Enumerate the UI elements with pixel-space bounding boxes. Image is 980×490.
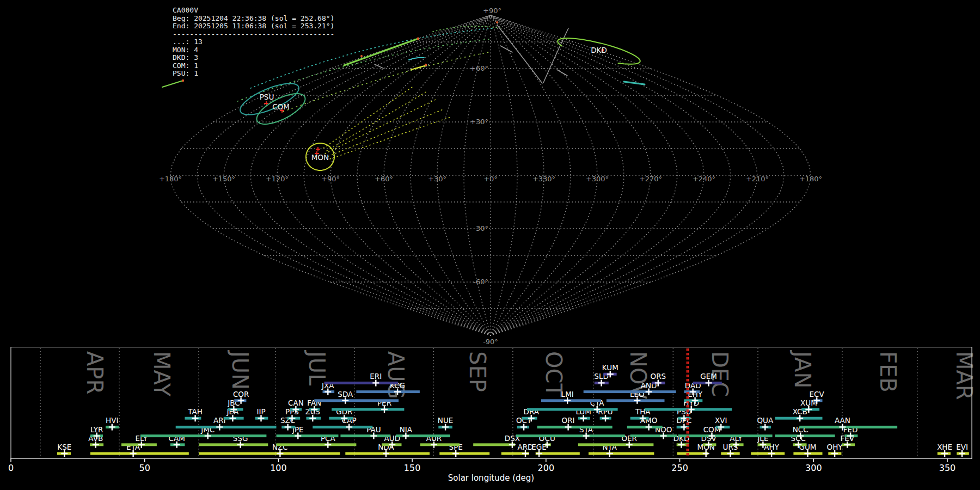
- shower-activity-bar: [313, 426, 372, 428]
- shower-activity-bar: [329, 417, 353, 420]
- x-axis-tick-label: 100: [270, 463, 287, 473]
- gray-drift-lines: [375, 25, 568, 83]
- meteor-monitor-page: CA000V Beg: 20251204 22:36:38 (sol = 252…: [0, 0, 980, 490]
- meteor-streak-teal-right: [624, 82, 645, 84]
- shower-code-label: XHE: [937, 443, 952, 451]
- map-lon-label: +300°: [586, 175, 609, 183]
- x-axis-tick-label: 50: [139, 463, 150, 473]
- month-label: MAY: [149, 351, 174, 397]
- map-lon-label: +330°: [532, 175, 555, 183]
- radiant-label: DKD: [591, 46, 607, 54]
- shower-activity-bar: [332, 408, 404, 411]
- radiant-label: PSU: [260, 93, 274, 101]
- shower-activity-bar: [473, 443, 515, 446]
- shower-EGE: EGE: [531, 443, 579, 457]
- sky-map-plot: +180°+150°+120°+90°+60°+30°+0°+330°+300°…: [0, 0, 980, 347]
- shower-activity-bar: [775, 434, 835, 437]
- shower-code-label: GEM: [700, 372, 717, 381]
- map-lon-label: +210°: [746, 175, 769, 183]
- radiant-label: MON: [311, 153, 329, 162]
- shower-CAN: CAN: [288, 399, 304, 413]
- map-lon-label: +30°: [428, 175, 446, 183]
- shower-code-label: KSE: [57, 443, 71, 451]
- shower-code-label: TAH: [187, 407, 203, 416]
- map-lat-label: +60°: [470, 64, 488, 72]
- shower-code-label: AAN: [835, 416, 850, 425]
- shower-LYR: LYR: [90, 425, 103, 439]
- map-lon-label: +180°: [799, 175, 822, 183]
- radiant-PSU: PSU: [240, 83, 299, 114]
- x-axis-tick-label: 300: [805, 463, 822, 473]
- shower-DSX: DSX: [473, 434, 520, 448]
- shower-COR: COR: [233, 390, 249, 404]
- shower-activity-bar: [516, 434, 625, 437]
- shower-OHY: OHY: [827, 443, 843, 457]
- radiant-cross-marker: [316, 147, 320, 151]
- shower-code-label: QUA: [757, 416, 774, 425]
- shower-activity-bar: [324, 382, 399, 384]
- map-lon-label: +0°: [483, 175, 498, 183]
- shower-activity-bar: [277, 443, 357, 446]
- month-label: FEB: [875, 351, 901, 393]
- shower-activity-bar: [678, 434, 773, 437]
- shower-QUA: QUA: [757, 416, 774, 430]
- shower-activity-bar: [314, 399, 399, 402]
- shower-activity-bar: [90, 452, 189, 455]
- shower-code-label: NUE: [438, 416, 454, 425]
- shower-activity-bar: [199, 443, 268, 446]
- map-lon-label: +150°: [212, 175, 235, 183]
- shower-activity-bar: [277, 434, 339, 437]
- shower-code-label: HVI: [106, 416, 118, 425]
- map-lon-label: +90°: [321, 175, 340, 183]
- radiant-label: COM: [272, 102, 290, 111]
- month-label: JUN: [228, 350, 253, 390]
- shower-code-label: LMI: [561, 390, 574, 399]
- shower-TAH: TAH: [185, 407, 202, 421]
- mon-convergence-fan: [323, 86, 452, 159]
- grid-meridian: [330, 15, 491, 335]
- shower-activity-bar: [527, 408, 618, 411]
- shower-activity-bar: [199, 452, 340, 455]
- x-axis-tick-label: 0: [8, 463, 14, 473]
- activity-timeline-plot: APRMAYJUNJULAUGSEPOCTNOVDECJANFEBMARKSEE…: [0, 347, 980, 490]
- shower-code-label: XVI: [715, 416, 727, 425]
- shower-activity-bar: [537, 426, 612, 428]
- shower-activity-bar: [439, 452, 489, 455]
- shower-code-label: ORI: [562, 416, 575, 425]
- shower-activity-bar: [541, 399, 601, 402]
- shower-HVI: HVI: [106, 416, 119, 430]
- radiant-MON: MON: [306, 143, 334, 170]
- shower-code-label: ARD: [517, 443, 533, 451]
- shower-code-label: COR: [233, 390, 249, 399]
- x-axis-tick-label: 150: [404, 463, 421, 473]
- shower-activity-bar: [584, 390, 676, 393]
- shower-activity-bar: [356, 390, 420, 393]
- shower-code-label: SDA: [338, 390, 353, 399]
- shower-IIP: IIP: [255, 407, 268, 421]
- x-axis-tick-label: 350: [939, 463, 956, 473]
- shower-code-label: ECV: [810, 390, 825, 399]
- shower-activity-bar: [140, 434, 267, 437]
- shower-KSE: KSE: [57, 443, 71, 457]
- map-lon-label: +240°: [693, 175, 715, 183]
- x-axis-title: Solar longitude (deg): [448, 473, 534, 483]
- shower-activity-bar: [420, 443, 460, 446]
- map-lat-label: -90°: [483, 338, 498, 346]
- shower-EVI: EVI: [956, 443, 969, 457]
- shower-code-label: EVI: [956, 443, 968, 451]
- map-lat-label: +30°: [470, 118, 488, 126]
- shower-code-label: KUM: [602, 363, 618, 372]
- map-lon-label: +180°: [159, 175, 182, 183]
- shower-ORS: ORS: [651, 372, 666, 386]
- shower-activity-bar: [799, 426, 897, 428]
- x-axis-tick-label: 200: [538, 463, 555, 473]
- shower-activity-bar: [340, 434, 390, 437]
- x-axis-tick-label: 250: [671, 463, 688, 473]
- shower-code-label: CAN: [288, 399, 304, 407]
- shower-activity-bar: [589, 452, 654, 455]
- shower-activity-bar: [630, 434, 677, 437]
- map-lon-label: +120°: [266, 175, 289, 183]
- shower-code-label: NIA: [400, 425, 413, 434]
- shower-activity-bar: [176, 426, 277, 428]
- shower-activity-bar: [751, 452, 785, 455]
